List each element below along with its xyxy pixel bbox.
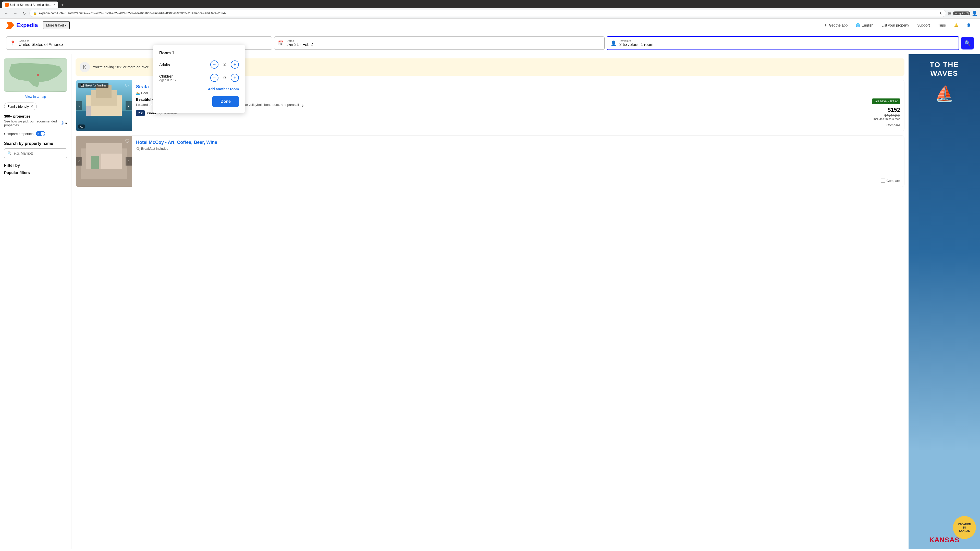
map-placeholder (4, 59, 67, 92)
new-tab-btn[interactable]: + (59, 2, 65, 8)
breakfast-icon: 🍳 (136, 147, 140, 151)
account-icon: 👤 (966, 23, 971, 27)
chip-close-icon[interactable]: ✕ (30, 104, 33, 108)
hotel-prev-btn-1[interactable]: ‹ (76, 101, 82, 110)
dates-field[interactable]: 📅 Dates Jan 31 - Feb 2 (274, 37, 605, 50)
dates-content: Dates Jan 31 - Feb 2 (286, 39, 313, 47)
tab-favicon (5, 3, 9, 6)
chevron-down-icon: ▾ (65, 23, 67, 27)
search-name-input[interactable] (14, 151, 64, 156)
price-main-1: $152 (888, 106, 900, 113)
url-text: expedia.com/Hotel-Search?adults=2&d1=202… (39, 11, 937, 15)
travelers-field[interactable]: 👤 Travelers 2 travelers, 1 room (607, 36, 959, 50)
svg-point-1 (37, 74, 39, 76)
rating-badge-1: 7.2 (136, 110, 145, 116)
destination-value: United States of America (19, 42, 64, 47)
hotel-price-section-1: We have 2 left at $152 $434 total includ… (863, 80, 904, 131)
forward-btn[interactable]: → (12, 10, 19, 17)
support-btn[interactable]: Support (914, 21, 933, 29)
saving-avatar: K (80, 62, 90, 72)
children-counter-controls: − 0 + (210, 74, 239, 82)
extensions-icon[interactable]: ⊞ (948, 11, 951, 16)
get-app-label: Get the app (829, 23, 848, 27)
browser-toolbar-icons: ⊞ Incognito (2) 👤 (948, 11, 977, 16)
user-icon[interactable]: 👤 (972, 11, 977, 16)
properties-sub-text: See how we pick our recommended properti… (4, 119, 60, 127)
family-friendly-chip[interactable]: Family friendly ✕ (4, 103, 37, 110)
hotel-img-placeholder-2 (76, 136, 132, 187)
language-btn[interactable]: 🌐 English (853, 21, 877, 29)
address-bar[interactable]: 🔒 expedia.com/Hotel-Search?adults=2&d1=2… (29, 10, 946, 17)
adults-counter-row: Adults − 2 + (159, 60, 239, 68)
trips-label: Trips (938, 23, 946, 27)
filter-by-section: Filter by Popular filters (4, 163, 67, 175)
vacation-badge: VACATIONINKANSAS (953, 516, 976, 539)
results-area: K You're saving 10% or more on over (72, 54, 908, 549)
logo-text: Expedia (16, 22, 38, 29)
amenity-text-2: Breakfast included (141, 147, 169, 151)
ad-line1: TO THE (930, 61, 959, 68)
done-btn[interactable]: Done (212, 96, 239, 107)
toggle-x-icon: ✕ (37, 132, 39, 135)
compare-toggle[interactable]: ✕ (36, 131, 45, 136)
download-icon: ⬇ (824, 23, 827, 27)
hotel-img-1: 👨‍👩‍👧 Great for families Ad ♡ ‹ › (76, 80, 132, 131)
header-right: ⬇ Get the app 🌐 English List your proper… (821, 21, 974, 29)
main-content: View in a map Family friendly ✕ 300+ pro… (0, 54, 980, 549)
wishlist-btn-2[interactable]: ♡ (125, 138, 129, 144)
tab-close-btn[interactable]: × (53, 3, 55, 6)
back-btn[interactable]: ← (3, 10, 10, 17)
list-property-btn[interactable]: List your property (878, 21, 912, 29)
hotel-prev-btn-2[interactable]: ‹ (76, 157, 82, 165)
tab-title: United States of America Hotel (10, 3, 52, 6)
svg-rect-11 (91, 156, 99, 169)
children-decrement-btn[interactable]: − (210, 74, 218, 82)
wishlist-btn-1[interactable]: ♡ (125, 83, 129, 89)
compare-checkbox-1[interactable] (881, 123, 885, 127)
info-icon[interactable]: ⓘ (61, 121, 64, 125)
location-icon: 📍 (10, 40, 16, 46)
svg-rect-7 (86, 106, 91, 116)
hotel-img-2: ♡ ‹ › (76, 136, 132, 187)
adults-count: 2 (222, 62, 227, 67)
adults-increment-btn[interactable]: + (231, 60, 239, 68)
app-container: Expedia More travel ▾ ⬇ Get the app 🌐 En… (0, 19, 980, 549)
more-travel-btn[interactable]: More travel ▾ (43, 21, 70, 29)
hotel-name-2[interactable]: Hotel McCoy - Art, Coffee, Beer, Wine (136, 140, 859, 145)
reload-btn[interactable]: ↻ (21, 10, 27, 17)
search-name-icon: 🔍 (7, 151, 12, 156)
sort-chevron-btn[interactable]: ▾ (65, 121, 67, 126)
hotel-next-btn-2[interactable]: › (126, 157, 132, 165)
adults-decrement-btn[interactable]: − (210, 60, 218, 68)
browser-tab-active[interactable]: United States of America Hotel × (2, 2, 58, 8)
ad-text-top: TO THE WAVES (930, 60, 959, 78)
search-by-name-field[interactable]: 🔍 (4, 148, 67, 158)
hotel-amenity-2: 🍳 Breakfast included (136, 147, 859, 151)
compare-checkbox-2[interactable] (881, 179, 885, 183)
get-app-btn[interactable]: ⬇ Get the app (821, 21, 851, 29)
map-container (4, 59, 67, 92)
add-room-link[interactable]: Add another room (159, 87, 239, 91)
view-map-link[interactable]: View in a map (4, 95, 67, 98)
hotel-badge-1: 👨‍👩‍👧 Great for families (78, 83, 108, 88)
search-bar: 📍 Going to United States of America 📅 Da… (0, 32, 980, 54)
room-title: Room 1 (159, 51, 239, 56)
children-increment-btn[interactable]: + (231, 74, 239, 82)
notifications-btn[interactable]: 🔔 (951, 21, 961, 29)
incognito-badge: Incognito (2) (953, 11, 970, 15)
more-travel-label: More travel (46, 23, 64, 27)
logo-icon (6, 22, 14, 29)
sidebar: View in a map Family friendly ✕ 300+ pro… (0, 54, 72, 549)
ad-banner: TO THE WAVES ⛵ VACATIONINKANSAS KANSAS (908, 54, 980, 549)
hotel-next-btn-1[interactable]: › (126, 101, 132, 110)
logo[interactable]: Expedia (6, 22, 38, 29)
globe-icon: 🌐 (856, 23, 860, 27)
filter-chip-row: Family friendly ✕ (4, 103, 67, 110)
account-btn[interactable]: 👤 (963, 21, 974, 29)
adults-counter-controls: − 2 + (210, 60, 239, 68)
bell-icon: 🔔 (954, 23, 958, 27)
trips-btn[interactable]: Trips (935, 21, 949, 29)
search-submit-btn[interactable]: 🔍 (961, 37, 974, 49)
person-icon: 👤 (611, 40, 616, 46)
family-icon: 👨‍👩‍👧 (80, 84, 84, 87)
